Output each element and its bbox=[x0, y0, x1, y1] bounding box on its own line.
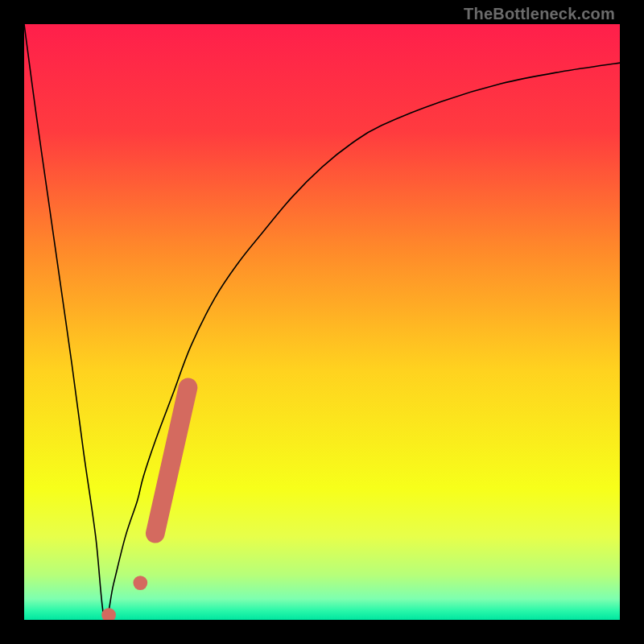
chart-frame: TheBottleneck.com bbox=[0, 0, 644, 644]
watermark-text: TheBottleneck.com bbox=[464, 5, 615, 23]
gradient-background bbox=[24, 24, 620, 620]
plot-area bbox=[24, 24, 620, 620]
highlight-marker-b bbox=[133, 576, 147, 590]
chart-svg bbox=[24, 24, 620, 620]
